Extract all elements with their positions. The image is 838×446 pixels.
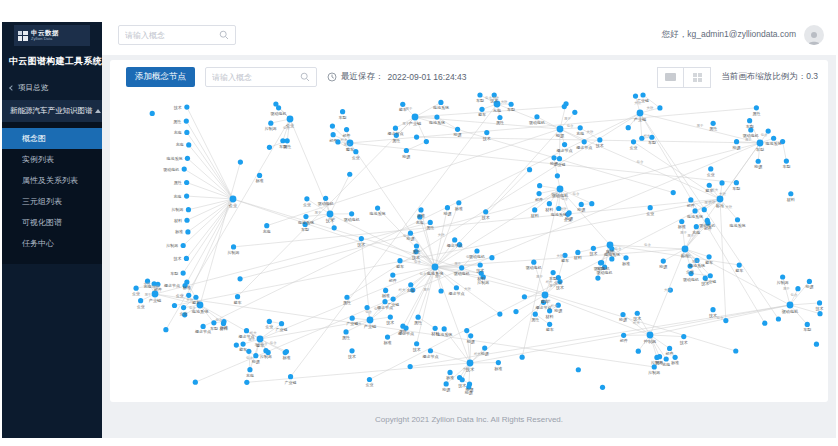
graph-node[interactable] xyxy=(497,311,502,316)
graph-node[interactable] xyxy=(444,381,449,386)
graph-node[interactable] xyxy=(737,262,742,267)
graph-node[interactable] xyxy=(181,243,186,248)
graph-node[interactable] xyxy=(717,196,724,203)
graph-node[interactable] xyxy=(460,377,465,382)
graph-node[interactable] xyxy=(734,139,739,144)
graph-node[interactable] xyxy=(344,295,349,300)
graph-node[interactable] xyxy=(623,255,628,260)
graph-node[interactable] xyxy=(428,348,433,353)
graph-node[interactable] xyxy=(454,285,459,290)
graph-node[interactable] xyxy=(547,322,552,327)
graph-node[interactable] xyxy=(385,334,390,339)
graph-node[interactable] xyxy=(533,312,538,317)
graph-node[interactable] xyxy=(181,270,186,275)
graph-node[interactable] xyxy=(681,334,686,339)
graph-node[interactable] xyxy=(184,130,189,135)
graph-node[interactable] xyxy=(468,333,473,338)
graph-node[interactable] xyxy=(133,286,138,291)
graph-node[interactable] xyxy=(805,322,810,327)
sidebar-project-header[interactable]: 新能源汽车产业知识图谱 xyxy=(2,100,102,122)
graph-node[interactable] xyxy=(445,205,450,210)
graph-node[interactable] xyxy=(609,256,614,261)
graph-node[interactable] xyxy=(375,205,380,210)
graph-node[interactable] xyxy=(508,102,513,107)
graph-node[interactable] xyxy=(631,139,636,144)
graph-node[interactable] xyxy=(340,109,345,114)
graph-node[interactable] xyxy=(253,353,258,358)
graph-node[interactable] xyxy=(489,255,494,260)
graph-node[interactable] xyxy=(497,115,502,120)
graph-node[interactable] xyxy=(661,258,666,263)
graph-node[interactable] xyxy=(542,292,549,299)
graph-node[interactable] xyxy=(432,264,439,271)
graph-node[interactable] xyxy=(817,311,822,316)
graph-node[interactable] xyxy=(418,207,423,212)
graph-node[interactable] xyxy=(185,156,190,161)
graph-node[interactable] xyxy=(582,139,587,144)
graph-node[interactable] xyxy=(330,123,335,128)
graph-node[interactable] xyxy=(349,211,354,216)
graph-node[interactable] xyxy=(416,315,421,320)
graph-node[interactable] xyxy=(273,101,278,106)
graph-node[interactable] xyxy=(795,286,800,291)
graph-node[interactable] xyxy=(343,329,348,334)
concept-search-input[interactable] xyxy=(212,73,300,82)
graph-node[interactable] xyxy=(496,360,501,365)
graph-node[interactable] xyxy=(359,236,364,241)
graph-node[interactable] xyxy=(682,246,689,253)
graph-node[interactable] xyxy=(537,183,542,188)
graph-node[interactable] xyxy=(434,115,439,120)
graph-node[interactable] xyxy=(600,385,605,390)
graph-node[interactable] xyxy=(578,125,583,130)
graph-node[interactable] xyxy=(534,114,539,119)
graph-node[interactable] xyxy=(172,303,177,308)
graph-node[interactable] xyxy=(547,201,552,206)
graph-node[interactable] xyxy=(264,223,269,228)
graph-node[interactable] xyxy=(182,166,187,171)
graph-node[interactable] xyxy=(350,316,355,321)
graph-node[interactable] xyxy=(433,326,438,331)
graph-node[interactable] xyxy=(240,341,245,346)
graph-node[interactable] xyxy=(332,225,337,230)
graph-node[interactable] xyxy=(636,349,641,354)
graph-node[interactable] xyxy=(671,190,676,195)
graph-node[interactable] xyxy=(484,130,489,135)
graph-node[interactable] xyxy=(391,297,396,302)
graph-node[interactable] xyxy=(456,200,461,205)
graph-node[interactable] xyxy=(694,224,699,229)
graph-node[interactable] xyxy=(706,254,711,259)
graph-node[interactable] xyxy=(817,300,822,305)
graph-node[interactable] xyxy=(442,326,447,331)
graph-node[interactable] xyxy=(347,172,352,177)
graph-node[interactable] xyxy=(762,321,767,326)
graph-node[interactable] xyxy=(184,279,189,284)
graph-node[interactable] xyxy=(692,208,697,213)
graph-node[interactable] xyxy=(705,218,710,223)
graph-node[interactable] xyxy=(787,302,794,309)
graph-node[interactable] xyxy=(390,272,395,277)
graph-node[interactable] xyxy=(467,360,474,367)
graph-node[interactable] xyxy=(667,346,672,351)
graph-node[interactable] xyxy=(483,209,488,214)
graph-node[interactable] xyxy=(138,298,143,303)
graph-node[interactable] xyxy=(184,180,189,185)
graph-node[interactable] xyxy=(383,288,388,293)
graph-node[interactable] xyxy=(555,173,560,178)
graph-node[interactable] xyxy=(711,121,716,126)
graph-node[interactable] xyxy=(459,265,464,270)
graph-node[interactable] xyxy=(575,250,580,255)
graph-node[interactable] xyxy=(563,101,568,106)
graph-node[interactable] xyxy=(303,214,308,219)
graph-node[interactable] xyxy=(520,355,525,360)
graph-node[interactable] xyxy=(349,348,354,353)
graph-node[interactable] xyxy=(814,342,819,347)
graph-node[interactable] xyxy=(186,293,191,298)
graph-node[interactable] xyxy=(186,207,191,212)
graph-node[interactable] xyxy=(393,126,398,131)
graph-node[interactable] xyxy=(620,312,625,317)
graph-node[interactable] xyxy=(527,167,532,172)
graph-node[interactable] xyxy=(247,367,252,372)
graph-node[interactable] xyxy=(477,92,482,97)
graph-node[interactable] xyxy=(447,370,452,375)
graph-node[interactable] xyxy=(244,328,249,333)
